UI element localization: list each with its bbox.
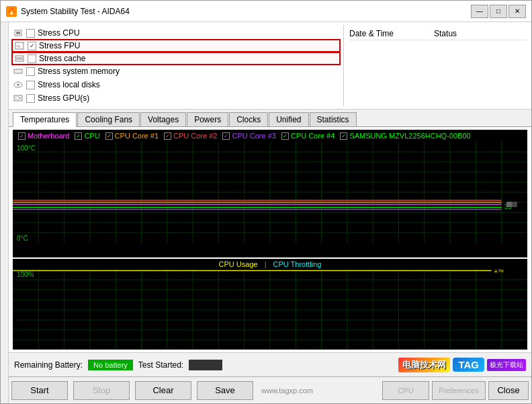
stress-cpu-item: Stress CPU bbox=[13, 26, 339, 40]
tabs-container: Temperatures Cooling Fans Voltages Power… bbox=[9, 110, 531, 127]
svg-rect-14 bbox=[19, 97, 21, 99]
bottom-right-area: CPU Preferences Close bbox=[382, 381, 529, 400]
stress-cache-checkbox[interactable] bbox=[28, 54, 36, 63]
cpu-legend-label: CPU bbox=[84, 132, 99, 140]
restore-button[interactable]: □ bbox=[490, 5, 507, 18]
cpu-chart: CPU Usage | CPU Throttling bbox=[13, 259, 527, 350]
stress-fpu-item: % ✓ Stress FPU bbox=[11, 39, 341, 52]
tab-powers[interactable]: Powers bbox=[187, 112, 228, 126]
cpu-icon bbox=[13, 28, 24, 38]
content-area: Stress CPU % ✓ Stress FPU bbox=[9, 22, 531, 403]
legend-core3[interactable]: ✓ CPU Core #3 bbox=[222, 132, 275, 140]
tab-unified[interactable]: Unified bbox=[269, 112, 308, 126]
save-button[interactable]: Save bbox=[197, 381, 253, 400]
svg-rect-13 bbox=[15, 97, 19, 99]
cpu-chart-svg: 1% 0% bbox=[13, 270, 527, 350]
title-bar: 🔥 System Stability Test - AIDA64 — □ ✕ bbox=[1, 1, 531, 22]
test-started-value bbox=[189, 360, 222, 370]
samsung-legend-label: SAMSUNG MZVL2256HCHQ-00B00 bbox=[349, 132, 470, 140]
cpu-legend-checkbox[interactable]: ✓ bbox=[75, 132, 82, 140]
core1-checkbox[interactable]: ✓ bbox=[105, 132, 113, 140]
watermark-tag: TAG bbox=[453, 358, 484, 372]
window-title: System Stability Test - AIDA64 bbox=[21, 7, 130, 16]
gpus-icon bbox=[13, 93, 24, 103]
cache-icon bbox=[14, 54, 25, 63]
stress-fpu-checkbox[interactable]: ✓ bbox=[28, 42, 36, 50]
bottom-url: www.tagxp.com bbox=[261, 387, 313, 395]
svg-rect-4 bbox=[15, 56, 24, 58]
svg-rect-5 bbox=[15, 59, 24, 61]
core1-legend-label: CPU Core #1 bbox=[115, 132, 159, 140]
stress-gpus-checkbox[interactable] bbox=[26, 94, 35, 103]
stress-disks-label: Stress local disks bbox=[38, 80, 100, 89]
stress-memory-checkbox[interactable] bbox=[26, 67, 35, 76]
tab-temperatures[interactable]: Temperatures bbox=[13, 112, 77, 127]
temp-chart-svg: 35 bbox=[13, 142, 527, 243]
main-content: Stress CPU % ✓ Stress FPU bbox=[1, 22, 531, 403]
cpu-chart-legend: CPU Usage | CPU Throttling bbox=[13, 259, 527, 270]
temp-chart-body: 35 100°C 0°C bbox=[13, 142, 527, 245]
cpu-chart-body: 1% 0% 100% 0% bbox=[13, 270, 527, 350]
tab-cooling-fans[interactable]: Cooling Fans bbox=[77, 112, 140, 126]
core3-legend-label: CPU Core #3 bbox=[232, 132, 275, 140]
close-bottom-btn[interactable]: Close bbox=[488, 381, 529, 400]
stress-disks-checkbox[interactable] bbox=[26, 81, 35, 89]
legend-cpu[interactable]: ✓ CPU bbox=[75, 132, 99, 140]
core2-legend-label: CPU Core #2 bbox=[173, 132, 217, 140]
stress-panel: Stress CPU % ✓ Stress FPU bbox=[9, 22, 531, 110]
stress-options: Stress CPU % ✓ Stress FPU bbox=[9, 25, 343, 106]
stress-cpu-label: Stress CPU bbox=[38, 28, 80, 38]
disks-icon bbox=[13, 80, 24, 89]
core3-checkbox[interactable]: ✓ bbox=[222, 132, 230, 140]
watermark-cn: 电脑技术网 bbox=[398, 358, 450, 372]
motherboard-checkbox[interactable]: ✓ bbox=[18, 132, 26, 140]
legend-samsung[interactable]: ✓ SAMSUNG MZVL2256HCHQ-00B00 bbox=[340, 132, 470, 140]
stress-cache-item: Stress cache bbox=[11, 52, 341, 65]
cpu-throttle-legend: CPU Throttling bbox=[273, 260, 322, 268]
legend-core2[interactable]: ✓ CPU Core #2 bbox=[164, 132, 217, 140]
legend-core4[interactable]: ✓ CPU Core #4 bbox=[281, 132, 335, 140]
bottom-buttons: Start Stop Clear Save www.tagxp.com CPU … bbox=[9, 376, 531, 403]
stress-cpu-checkbox[interactable] bbox=[26, 29, 35, 38]
tab-clocks[interactable]: Clocks bbox=[229, 112, 268, 126]
motherboard-legend-label: Motherboard bbox=[28, 132, 69, 140]
temp-chart: ✓ Motherboard ✓ CPU ✓ CPU Core #1 ✓ bbox=[13, 130, 527, 257]
battery-badge: No battery bbox=[88, 360, 133, 370]
preferences-bottom-btn[interactable]: Preferences bbox=[432, 381, 486, 400]
svg-rect-1 bbox=[16, 32, 20, 34]
status-bar: Remaining Battery: No battery Test Start… bbox=[9, 352, 531, 376]
stop-button[interactable]: Stop bbox=[73, 381, 130, 400]
date-status-panel: Date & Time Status bbox=[343, 25, 531, 106]
legend-core1[interactable]: ✓ CPU Core #1 bbox=[105, 132, 159, 140]
stress-fpu-label: Stress FPU bbox=[39, 41, 80, 50]
temp-y-min: 0°C bbox=[17, 235, 28, 242]
stress-memory-item: Stress system memory bbox=[13, 65, 339, 78]
watermark-aurora: 极光下载站 bbox=[487, 359, 526, 371]
stress-cache-label: Stress cache bbox=[39, 54, 85, 63]
minimize-button[interactable]: — bbox=[471, 5, 488, 18]
start-button[interactable]: Start bbox=[11, 381, 68, 400]
date-time-header: Date & Time bbox=[349, 29, 394, 38]
svg-text:1%: 1% bbox=[494, 270, 504, 274]
stress-gpus-label: Stress GPU(s) bbox=[38, 93, 89, 103]
clear-button[interactable]: Clear bbox=[135, 381, 191, 400]
svg-rect-50 bbox=[512, 202, 517, 207]
tab-statistics[interactable]: Statistics bbox=[310, 112, 357, 126]
temp-y-max: 100°C bbox=[17, 145, 36, 152]
charts-area: ✓ Motherboard ✓ CPU ✓ CPU Core #1 ✓ bbox=[9, 127, 531, 352]
app-icon: 🔥 bbox=[6, 6, 17, 17]
core4-checkbox[interactable]: ✓ bbox=[281, 132, 289, 140]
close-button[interactable]: ✕ bbox=[508, 5, 526, 18]
core2-checkbox[interactable]: ✓ bbox=[164, 132, 171, 140]
core4-legend-label: CPU Core #4 bbox=[291, 132, 335, 140]
window-controls: — □ ✕ bbox=[471, 5, 526, 18]
legend-motherboard[interactable]: ✓ Motherboard bbox=[18, 132, 69, 140]
tab-voltages[interactable]: Voltages bbox=[140, 112, 186, 126]
cpu-usage-legend: CPU Usage bbox=[219, 260, 258, 268]
battery-label: Remaining Battery: bbox=[14, 360, 83, 370]
cpu-bottom-btn[interactable]: CPU bbox=[382, 381, 429, 400]
stress-gpus-item: Stress GPU(s) bbox=[13, 91, 339, 105]
samsung-checkbox[interactable]: ✓ bbox=[340, 132, 347, 140]
memory-icon bbox=[13, 67, 24, 76]
date-status-header: Date & Time Status bbox=[349, 28, 526, 40]
